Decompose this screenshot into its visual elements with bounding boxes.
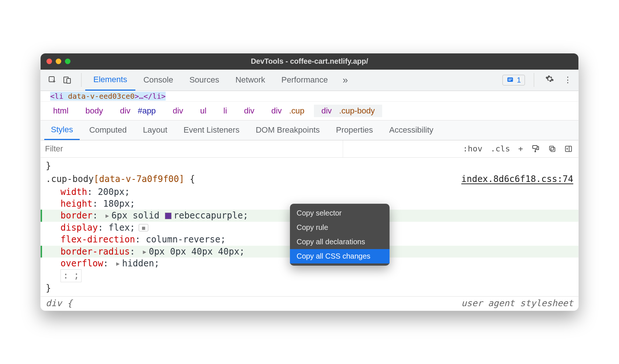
ua-selector[interactable]: div { xyxy=(46,298,72,308)
tab-performance[interactable]: Performance xyxy=(273,70,336,91)
subtab-properties[interactable]: Properties xyxy=(329,121,380,139)
flex-badge-icon[interactable] xyxy=(139,224,148,231)
titlebar: DevTools - coffee-cart.netlify.app/ xyxy=(41,53,578,70)
svg-rect-9 xyxy=(550,146,554,150)
window-title: DevTools - coffee-cart.netlify.app/ xyxy=(41,57,578,66)
svg-rect-3 xyxy=(507,78,513,82)
empty-declaration[interactable]: : ; xyxy=(41,269,578,282)
css-declaration[interactable]: width: 200px; xyxy=(41,186,578,198)
breadcrumb-item[interactable]: div.cup-body xyxy=(314,105,382,117)
svg-rect-6 xyxy=(533,146,537,148)
svg-rect-2 xyxy=(67,78,70,83)
more-tabs-icon[interactable]: » xyxy=(336,74,355,86)
subtab-layout[interactable]: Layout xyxy=(136,121,174,139)
context-menu-item[interactable]: Copy selector xyxy=(290,206,390,220)
subtab-dom-breakpoints[interactable]: DOM Breakpoints xyxy=(249,121,326,139)
tab-network[interactable]: Network xyxy=(227,70,273,91)
breadcrumb-item[interactable]: div xyxy=(236,105,262,117)
breadcrumb-item[interactable]: html xyxy=(46,105,76,117)
subtab-styles[interactable]: Styles xyxy=(44,120,80,140)
breadcrumb-item[interactable]: body xyxy=(78,105,111,117)
ua-label: user agent stylesheet xyxy=(461,298,573,308)
main-tabs-row: Elements Console Sources Network Perform… xyxy=(41,70,578,91)
subtab-computed[interactable]: Computed xyxy=(83,121,134,139)
breadcrumb-item[interactable]: div.cup xyxy=(264,105,312,117)
zoom-window-button[interactable] xyxy=(65,59,70,64)
dom-preview-line[interactable]: <li data-v-eed03ce0>…</li> xyxy=(41,91,578,101)
device-toggle-icon[interactable] xyxy=(63,76,72,84)
svg-rect-5 xyxy=(508,80,511,81)
tab-console[interactable]: Console xyxy=(135,70,181,91)
svg-rect-4 xyxy=(508,79,512,80)
devtools-window: DevTools - coffee-cart.netlify.app/ Elem… xyxy=(40,53,579,311)
context-menu-item[interactable]: Copy all declarations xyxy=(290,235,390,249)
close-window-button[interactable] xyxy=(46,59,52,64)
styles-filter-tools: :hov .cls + xyxy=(457,144,578,153)
expand-triangle-icon[interactable]: ▸ xyxy=(141,246,149,258)
breadcrumb-item[interactable]: div#app xyxy=(113,105,163,117)
context-menu-item[interactable]: Copy all CSS changes xyxy=(290,249,390,263)
color-swatch-icon[interactable] xyxy=(165,213,172,219)
styles-subtabs: Styles Computed Layout Event Listeners D… xyxy=(41,120,578,140)
kebab-menu-icon[interactable]: ⋮ xyxy=(561,75,574,85)
tab-elements[interactable]: Elements xyxy=(85,70,135,91)
inspect-icon[interactable] xyxy=(48,76,57,84)
tab-sources[interactable]: Sources xyxy=(181,70,227,91)
styles-filter-row: :hov .cls + xyxy=(41,140,578,158)
copy-icon[interactable] xyxy=(548,145,556,153)
svg-rect-8 xyxy=(551,147,555,151)
new-style-rule-icon[interactable]: + xyxy=(518,144,523,153)
css-rule-header: .cup-body[data-v-7a0f9f00] { index.8d6c6… xyxy=(41,172,578,186)
minimize-window-button[interactable] xyxy=(56,59,61,64)
rule-close-brace: } xyxy=(41,282,578,294)
toolbar-right: 1 ⋮ xyxy=(502,73,577,87)
breadcrumb-item[interactable]: ul xyxy=(193,105,214,117)
css-selector[interactable]: .cup-body[data-v-7a0f9f00] { xyxy=(46,173,195,185)
context-menu-item[interactable]: Copy rule xyxy=(290,220,390,235)
user-agent-rule-row: div { user agent stylesheet xyxy=(41,296,578,311)
source-link[interactable]: index.8d6c6f18.css:74 xyxy=(461,173,573,185)
styles-filter-input[interactable] xyxy=(41,140,343,157)
expand-triangle-icon[interactable]: ▸ xyxy=(114,258,122,269)
settings-icon[interactable] xyxy=(543,74,556,85)
breadcrumb-item[interactable]: div xyxy=(165,105,190,117)
main-tabs: Elements Console Sources Network Perform… xyxy=(85,70,336,91)
dom-breadcrumb: htmlbodydiv#appdivullidivdiv.cupdiv.cup-… xyxy=(41,101,578,120)
subtab-event-listeners[interactable]: Event Listeners xyxy=(177,121,246,139)
subtab-accessibility[interactable]: Accessibility xyxy=(383,121,440,139)
paint-icon[interactable] xyxy=(531,144,540,153)
breadcrumb-item[interactable]: li xyxy=(216,105,235,117)
issues-badge[interactable]: 1 xyxy=(502,75,525,85)
panel-toggle-icon[interactable] xyxy=(564,145,573,153)
separator xyxy=(534,73,534,87)
expand-triangle-icon[interactable]: ▸ xyxy=(103,210,111,221)
prev-rule-close: } xyxy=(41,160,578,172)
context-menu: Copy selectorCopy ruleCopy all declarati… xyxy=(290,204,390,266)
toolbar-left xyxy=(42,76,77,84)
toggle-hov[interactable]: :hov xyxy=(463,144,483,153)
toggle-cls[interactable]: .cls xyxy=(491,144,510,153)
separator xyxy=(81,73,82,87)
svg-rect-7 xyxy=(535,151,536,152)
traffic-lights xyxy=(46,59,70,64)
issues-count: 1 xyxy=(517,76,521,84)
